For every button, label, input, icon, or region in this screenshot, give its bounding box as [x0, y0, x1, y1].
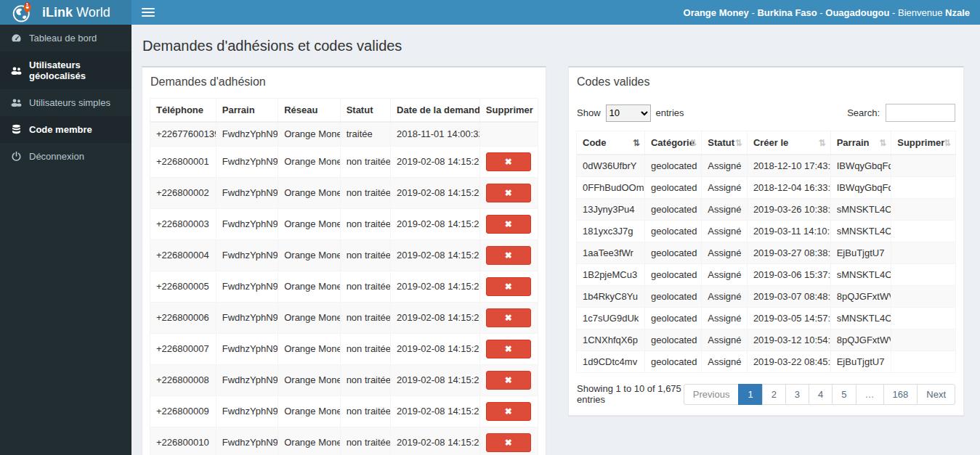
delete-button[interactable]: ✖: [486, 402, 531, 421]
cell-parrain: 8pQJGFxtWV: [830, 329, 891, 351]
cell-telephone: +226800004: [150, 239, 216, 271]
delete-button[interactable]: ✖: [486, 246, 531, 265]
page-button-next[interactable]: Next: [917, 384, 955, 405]
table-row: 181yxc3J7ggeolocatedAssigné2019-03-11 14…: [577, 221, 956, 242]
table-row: +226800005FwdhzYphN9Orange Moneynon trai…: [150, 271, 538, 302]
globe-pin-icon: $: [12, 1, 33, 23]
sidebar-item-utilisateurs-simples[interactable]: Utilisateurs simples: [0, 89, 131, 116]
page-button-168[interactable]: 168: [883, 384, 918, 405]
page-button-1[interactable]: 1: [738, 384, 762, 405]
delete-button[interactable]: ✖: [486, 433, 531, 452]
table-row: 1aaTee3fWrgeolocatedAssigné2019-03-27 08…: [577, 242, 956, 264]
cell-code: 1d9CDtc4mv: [577, 351, 645, 373]
sidebar-item-utilisateurs-geolocalises[interactable]: Utilisateurs géolocalisés: [0, 52, 131, 89]
cell-supprimer: ✖: [479, 427, 538, 455]
sort-updown-icon: ⇅: [879, 138, 886, 148]
page-length-select[interactable]: 10: [606, 104, 651, 122]
main-content: Demandes d'adhésions et codes valides De…: [131, 25, 980, 455]
cell-parrain: 8pQJGFxtWV: [830, 286, 891, 308]
cell-reseau: Orange Money: [278, 271, 340, 302]
sidebar-item-tableau-de-bord[interactable]: Tableau de bord: [0, 25, 131, 52]
x-delete-icon: ✖: [505, 188, 512, 198]
codes-column-header-code[interactable]: Code⇅: [577, 131, 645, 155]
user-info-part: Orange Money: [684, 7, 749, 18]
cell-statut: Assigné: [702, 155, 748, 177]
delete-button[interactable]: ✖: [486, 215, 531, 234]
hamburger-icon[interactable]: [142, 8, 155, 17]
delete-button[interactable]: ✖: [486, 152, 531, 171]
cell-telephone: +226800006: [150, 302, 216, 333]
cell-statut: Assigné: [702, 242, 748, 264]
x-delete-icon: ✖: [505, 282, 512, 292]
navbar: Orange Money - Burkina Faso - Ouagadougo…: [131, 0, 980, 25]
sidebar-item-deconnexion[interactable]: Déconnexion: [0, 143, 131, 170]
column-label: Catégorie: [651, 137, 694, 148]
codes-column-header-cr-er-le[interactable]: Créer le⇅: [747, 131, 830, 155]
cell-statut: non traitée: [340, 302, 390, 333]
delete-button[interactable]: ✖: [486, 184, 531, 202]
cell-categorie: geolocated: [644, 351, 701, 373]
delete-button[interactable]: ✖: [486, 340, 531, 358]
page-button-previous[interactable]: Previous: [684, 384, 740, 405]
cell-telephone: +226800007: [150, 333, 216, 364]
table-info: Showing 1 to 10 of 1,675 entries: [577, 383, 684, 405]
cell-parrain: sMNSKTL4OR: [830, 264, 891, 286]
x-delete-icon: ✖: [505, 406, 512, 417]
panel-demandes-adhesion: Demandes d'adhésion TéléphoneParrainRése…: [142, 66, 546, 455]
cell-date: 2019-02-08 14:15:26: [391, 239, 480, 271]
cell-supprimer: [891, 264, 956, 286]
power-icon: [11, 151, 22, 162]
sidebar-item-code-membre[interactable]: Code membre: [0, 116, 131, 143]
page-button-3[interactable]: 3: [785, 384, 809, 405]
cell-date: 2019-02-08 14:15:26: [391, 208, 480, 239]
cell-supprimer: [891, 199, 956, 221]
cell-statut: non traitée: [340, 364, 390, 395]
cell-creer_le: 2019-03-22 08:45:22: [747, 351, 830, 373]
cell-categorie: geolocated: [644, 308, 701, 329]
sort-updown-icon: ⇅: [944, 138, 951, 148]
cell-statut: non traitée: [340, 395, 390, 427]
cell-supprimer: [891, 177, 956, 199]
cell-statut: non traitée: [340, 427, 390, 455]
sort-updown-icon: ⇅: [689, 138, 697, 148]
sidebar-item-label: Déconnexion: [29, 151, 84, 162]
codes-column-header-supprimer[interactable]: Supprimer⇅: [891, 131, 956, 155]
cell-parrain: FwdhzYphN9: [216, 177, 278, 208]
cell-categorie: geolocated: [644, 286, 701, 308]
cell-supprimer: [479, 122, 538, 146]
sort-updown-icon: ⇅: [819, 138, 826, 148]
codes-column-header-cat-gorie[interactable]: Catégorie⇅: [644, 131, 701, 155]
table-row: +226800002FwdhzYphN9Orange Moneynon trai…: [150, 177, 538, 208]
table-row: 1B2pjeMCu3geolocatedAssigné2019-03-06 15…: [577, 264, 956, 286]
cell-categorie: geolocated: [644, 221, 701, 242]
cell-parrain: FwdhzYphN9: [216, 208, 278, 239]
cell-supprimer: ✖: [479, 208, 538, 239]
entries-label: entries: [656, 107, 684, 118]
cell-code: 0FFhBudOOm: [577, 177, 645, 199]
table-row: +226800007FwdhzYphN9Orange Moneynon trai…: [150, 333, 538, 364]
cell-code: 1B2pjeMCu3: [577, 264, 645, 286]
cell-creer_le: 2019-03-07 08:48:45: [747, 286, 830, 308]
search-input[interactable]: [886, 104, 955, 122]
cell-code: 1aaTee3fWr: [577, 242, 645, 264]
cell-statut: Assigné: [702, 264, 748, 286]
sidebar-item-label: Utilisateurs géolocalisés: [29, 60, 121, 81]
delete-button[interactable]: ✖: [486, 371, 531, 390]
panel-codes-valides: Codes valides Show 10 entries Search: C: [568, 66, 964, 416]
cell-date: 2019-02-08 14:15:26: [391, 333, 480, 364]
codes-column-header-parrain[interactable]: Parrain⇅: [830, 131, 891, 155]
user-info: Orange Money - Burkina Faso - Ouagadougo…: [684, 7, 970, 18]
delete-button[interactable]: ✖: [486, 308, 531, 327]
cell-supprimer: ✖: [479, 271, 538, 302]
brand-logo[interactable]: $ iLink World: [0, 0, 131, 25]
codes-column-header-statut[interactable]: Statut⇅: [702, 131, 748, 155]
cell-code: 181yxc3J7g: [577, 221, 645, 242]
cell-parrain: FwdhzYphN9: [216, 122, 278, 146]
sidebar-item-label: Utilisateurs simples: [29, 97, 110, 108]
page-button-2[interactable]: 2: [762, 384, 786, 405]
page-button-5[interactable]: 5: [832, 384, 856, 405]
sort-updown-icon: ⇅: [735, 138, 742, 148]
delete-button[interactable]: ✖: [486, 277, 531, 296]
top-bar: $ iLink World Orange Money - Burkina Fas…: [0, 0, 980, 25]
page-button-4[interactable]: 4: [809, 384, 833, 405]
